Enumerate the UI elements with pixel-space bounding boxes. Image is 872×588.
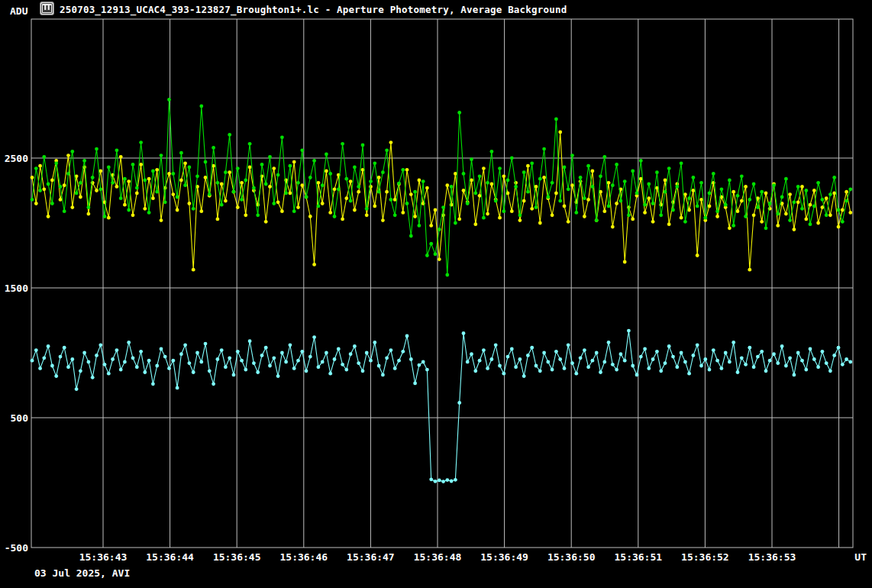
data-point <box>409 234 413 238</box>
data-point <box>510 347 514 351</box>
data-point <box>567 343 570 347</box>
data-point <box>373 161 376 165</box>
data-point <box>268 185 272 189</box>
data-point <box>280 351 284 355</box>
data-point <box>699 198 703 202</box>
data-point <box>845 190 848 194</box>
data-point <box>848 360 852 364</box>
data-point <box>816 181 820 185</box>
data-point <box>772 183 776 187</box>
data-point <box>135 192 139 195</box>
data-point <box>405 168 409 172</box>
data-point <box>728 360 732 364</box>
data-point <box>740 174 744 178</box>
data-point <box>796 351 800 355</box>
data-point <box>325 170 328 173</box>
series-line <box>32 331 851 481</box>
x-tick-label: 15:36:49 <box>480 551 528 563</box>
y-tick-label: 1500 <box>5 283 28 294</box>
data-point <box>321 183 325 187</box>
data-point <box>167 98 171 102</box>
data-point <box>760 350 764 354</box>
recording-info-label: 03 Jul 2025, AVI <box>34 567 130 579</box>
data-point <box>70 205 74 209</box>
data-point <box>381 373 385 377</box>
data-point <box>490 150 494 153</box>
data-point <box>155 364 159 368</box>
data-point <box>522 374 526 378</box>
data-point <box>812 189 816 192</box>
data-point <box>208 192 212 196</box>
data-point <box>70 357 74 361</box>
data-point <box>179 352 183 356</box>
data-point <box>34 166 38 170</box>
data-point <box>381 170 385 174</box>
data-point <box>591 170 595 173</box>
data-point <box>490 183 494 186</box>
data-point <box>784 212 788 216</box>
data-point <box>179 179 183 183</box>
data-point <box>514 365 518 369</box>
data-point <box>615 368 618 372</box>
data-point <box>732 341 735 344</box>
data-point <box>325 351 328 355</box>
data-point <box>405 202 409 205</box>
data-point <box>554 118 558 121</box>
x-axis-tick-labels: 15:36:4315:36:4415:36:4515:36:4615:36:47… <box>79 551 796 563</box>
series-comparison-star-green <box>31 98 853 276</box>
data-point <box>192 370 195 374</box>
data-point <box>615 202 618 205</box>
data-point <box>821 350 825 354</box>
data-point <box>828 369 832 373</box>
data-point <box>478 174 482 178</box>
data-point <box>800 359 804 363</box>
data-point <box>131 163 135 166</box>
data-point <box>42 356 46 360</box>
data-point <box>812 357 816 361</box>
data-point <box>454 221 457 225</box>
data-point <box>42 155 46 159</box>
data-point <box>155 190 159 194</box>
data-point <box>248 339 252 343</box>
data-point <box>526 354 530 357</box>
data-point <box>308 176 312 179</box>
data-point <box>623 179 627 183</box>
data-point <box>139 163 143 166</box>
data-point <box>659 213 663 217</box>
data-point <box>308 215 312 218</box>
data-point <box>715 359 719 363</box>
data-point <box>651 357 655 361</box>
data-point <box>47 183 50 186</box>
data-point <box>518 218 522 222</box>
data-point <box>236 350 240 354</box>
data-point <box>715 209 719 213</box>
data-point <box>418 224 421 228</box>
data-point <box>212 146 215 150</box>
data-point <box>478 194 482 198</box>
data-point <box>760 190 764 194</box>
data-point <box>530 207 534 211</box>
data-point <box>715 215 719 218</box>
data-point <box>703 357 707 361</box>
data-point <box>216 357 220 361</box>
data-point <box>703 216 707 220</box>
data-point <box>583 215 586 218</box>
data-point <box>602 360 606 364</box>
data-point <box>260 163 264 166</box>
data-point <box>643 347 647 351</box>
data-point <box>800 207 804 211</box>
data-point <box>147 359 151 363</box>
series-comparison-star-yellow <box>31 131 853 272</box>
data-point <box>300 350 304 354</box>
data-point <box>127 208 131 212</box>
data-point <box>535 364 538 368</box>
data-point <box>788 192 792 196</box>
data-point <box>651 220 655 224</box>
data-point <box>506 355 510 359</box>
data-point <box>816 221 820 225</box>
data-point <box>728 226 732 230</box>
data-point <box>151 382 155 386</box>
data-point <box>353 166 357 170</box>
data-point <box>34 348 38 352</box>
data-point <box>535 185 538 189</box>
